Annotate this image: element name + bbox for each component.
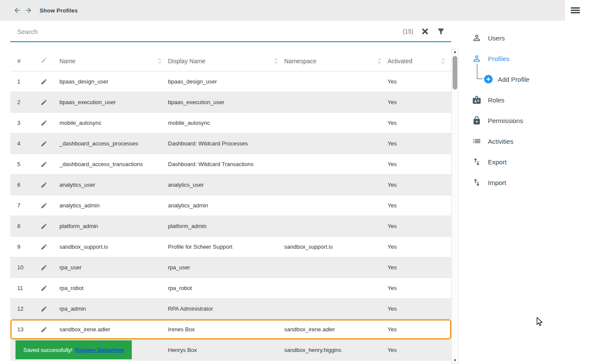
edit-row-button[interactable] bbox=[40, 99, 59, 106]
table-row[interactable]: 12 rpa_admin RPA Administrator Yes bbox=[10, 299, 451, 319]
edit-row-button[interactable] bbox=[40, 78, 59, 85]
edit-row-button[interactable] bbox=[40, 120, 59, 126]
sidebar-item-add-profile[interactable]: Add Profile bbox=[472, 69, 596, 89]
column-header-label: Activated bbox=[388, 58, 413, 65]
sidebar-item-profiles[interactable]: Profiles bbox=[472, 48, 596, 69]
table-row[interactable]: 6 analytics_user analytics_user Yes bbox=[10, 175, 451, 195]
column-header-activated[interactable]: Activated bbox=[388, 58, 451, 65]
table-header: # Name Display Name Namespace Activated bbox=[10, 51, 451, 71]
table-row[interactable]: 11 rpa_robot rpa_robot Yes bbox=[10, 278, 451, 299]
sidebar-item-roles[interactable]: Roles bbox=[472, 89, 596, 110]
row-number: 2 bbox=[10, 99, 40, 105]
table-row[interactable]: 1 bpaas_design_user bpaas_design_user Ye… bbox=[10, 71, 451, 92]
row-number: 3 bbox=[10, 120, 40, 126]
edit-row-button[interactable] bbox=[40, 161, 59, 168]
row-display-name: Irenes Box bbox=[168, 326, 284, 333]
row-activated: Yes bbox=[388, 326, 451, 333]
add-circle-icon bbox=[484, 75, 493, 83]
table-row[interactable]: 10 rpa_user rpa_user Yes bbox=[10, 257, 451, 278]
sidebar-item-import[interactable]: Import bbox=[472, 172, 596, 193]
forward-arrow-icon[interactable] bbox=[24, 6, 33, 15]
column-header-label: Name bbox=[59, 58, 75, 65]
table-row[interactable]: 4 _dashboard_access_processes Dashboard:… bbox=[10, 133, 451, 154]
row-name: rpa_robot bbox=[59, 285, 168, 291]
sidebar-item-users[interactable]: Users bbox=[472, 28, 596, 48]
scrollbar-thumb[interactable] bbox=[453, 56, 457, 89]
edit-row-button[interactable] bbox=[40, 305, 59, 312]
table-row[interactable]: 2 bpaas_execution_user bpaas_execution_u… bbox=[10, 92, 451, 113]
sidebar-item-export[interactable]: Export bbox=[472, 151, 596, 172]
edit-row-button[interactable] bbox=[40, 140, 59, 147]
table-row[interactable]: 8 platform_admin platform_admin Yes bbox=[10, 216, 451, 237]
filter-icon[interactable] bbox=[437, 27, 445, 36]
row-name: mobile_autosync bbox=[59, 120, 168, 126]
edit-row-button[interactable] bbox=[40, 244, 59, 250]
page-title: Show Profiles bbox=[40, 7, 78, 14]
reopen-datasheet-link[interactable]: Reopen Datasheet bbox=[75, 347, 124, 353]
sidebar-item-label: Import bbox=[488, 179, 506, 186]
row-number: 5 bbox=[10, 161, 40, 167]
table-row[interactable]: 5 _dashboard_access_transactions Dashboa… bbox=[10, 154, 451, 175]
hamburger-menu-button[interactable] bbox=[565, 0, 586, 21]
row-number: 1 bbox=[10, 78, 40, 85]
row-name: rpa_user bbox=[59, 264, 168, 271]
search-input[interactable] bbox=[17, 28, 395, 35]
row-number: 7 bbox=[10, 202, 40, 209]
top-bar: Show Profiles bbox=[0, 0, 596, 21]
table-row[interactable]: 9 sandbox_support.is Profile for Scheer … bbox=[10, 237, 451, 257]
column-header-name[interactable]: Name bbox=[59, 58, 168, 65]
edit-row-button[interactable] bbox=[40, 202, 59, 209]
row-number: 13 bbox=[10, 326, 40, 333]
sidebar-item-permissions[interactable]: Permissions bbox=[472, 110, 596, 131]
sidebar-item-label: Roles bbox=[488, 96, 504, 104]
scroll-down-arrow-icon[interactable]: ▼ bbox=[452, 357, 458, 364]
scroll-up-arrow-icon[interactable]: ▲ bbox=[452, 49, 458, 55]
back-arrow-icon[interactable] bbox=[13, 6, 22, 15]
edit-row-button[interactable] bbox=[40, 223, 59, 230]
row-namespace: sandbox_irene.adler bbox=[284, 326, 388, 333]
row-number: 6 bbox=[10, 182, 40, 188]
clear-search-icon[interactable] bbox=[421, 28, 429, 35]
row-activated: Yes bbox=[388, 285, 451, 291]
sidebar-item-label: Activities bbox=[488, 138, 513, 145]
import-export-icon bbox=[472, 157, 481, 167]
row-activated: Yes bbox=[388, 202, 451, 209]
table-row[interactable]: 13 sandbox_irene.adler Irenes Box sandbo… bbox=[10, 319, 451, 340]
edit-row-button[interactable] bbox=[40, 182, 59, 188]
row-namespace: sandbox_support.is bbox=[284, 244, 388, 250]
edit-row-button[interactable] bbox=[40, 326, 59, 333]
row-activated: Yes bbox=[388, 223, 451, 229]
row-name: _dashboard_access_transactions bbox=[59, 161, 168, 167]
edit-row-button[interactable] bbox=[40, 285, 59, 292]
mouse-cursor bbox=[537, 317, 544, 327]
row-activated: Yes bbox=[388, 305, 451, 312]
profile-icon bbox=[472, 54, 481, 63]
row-activated: Yes bbox=[388, 347, 451, 353]
row-activated: Yes bbox=[388, 244, 451, 250]
row-display-name: Profile for Scheer Support bbox=[168, 244, 284, 250]
row-activated: Yes bbox=[388, 264, 451, 271]
sort-icon[interactable] bbox=[441, 58, 445, 64]
row-display-name: bpaas_execution_user bbox=[168, 99, 284, 105]
row-activated: Yes bbox=[388, 161, 451, 167]
edit-row-button[interactable] bbox=[40, 264, 59, 271]
column-header-namespace[interactable]: Namespace bbox=[284, 58, 388, 65]
table-body: 1 bpaas_design_user bpaas_design_user Ye… bbox=[10, 71, 451, 361]
column-header-display-name[interactable]: Display Name bbox=[168, 58, 284, 65]
badge-icon bbox=[472, 95, 481, 105]
sort-icon[interactable] bbox=[377, 58, 382, 64]
row-namespace: sandbox_henry.higgins bbox=[284, 347, 388, 353]
table-row[interactable]: 3 mobile_autosync mobile_autosync Yes bbox=[10, 113, 451, 133]
lock-icon bbox=[472, 116, 481, 125]
sort-icon[interactable] bbox=[274, 58, 278, 64]
row-display-name: analytics_user bbox=[168, 182, 284, 188]
sort-icon[interactable] bbox=[158, 58, 162, 64]
table-row[interactable]: 7 analytics_admin analytics_admin Yes bbox=[10, 195, 451, 216]
toast-message: Saved successfully! bbox=[23, 347, 72, 353]
row-display-name: Dashboard: Wildcard Processes bbox=[168, 140, 284, 147]
sidebar-item-label: Profiles bbox=[488, 55, 509, 62]
profiles-panel: (15) # Name Display Name Namespace Activ… bbox=[10, 21, 451, 361]
table-scrollbar[interactable]: ▲ ▼ bbox=[451, 48, 459, 364]
column-header-label: Namespace bbox=[284, 58, 317, 65]
sidebar-item-activities[interactable]: Activities bbox=[472, 131, 596, 151]
